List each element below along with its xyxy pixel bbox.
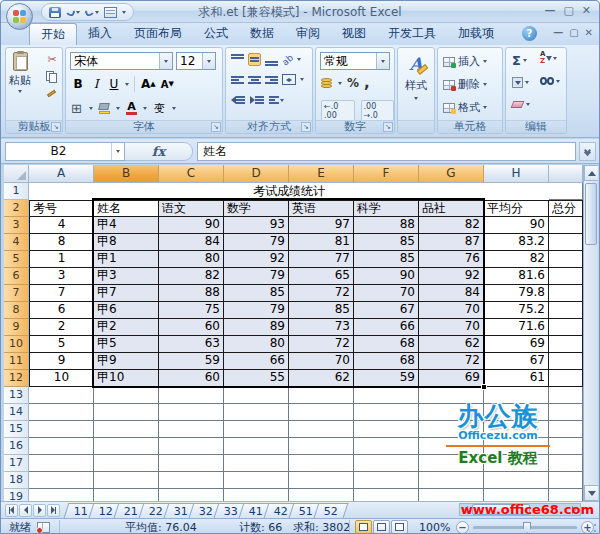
cell-B3[interactable]: 甲4 [94,217,159,234]
cell-B6[interactable]: 甲3 [94,268,159,285]
cell-D10[interactable]: 80 [224,336,289,353]
cell-A18[interactable] [29,472,94,489]
cell-G12[interactable]: 69 [419,370,484,387]
cell-I17[interactable] [549,455,583,472]
cell-D8[interactable]: 79 [224,302,289,319]
cell-C10[interactable]: 63 [159,336,224,353]
cell-B5[interactable]: 甲1 [94,251,159,268]
cell-I16[interactable] [549,438,583,455]
page-break-view-button[interactable] [391,520,408,534]
cell-D11[interactable]: 66 [224,353,289,370]
fill-color-button[interactable] [99,103,110,114]
cell-D12[interactable]: 55 [224,370,289,387]
row-header-2[interactable]: 2 [4,200,29,217]
cell-D14[interactable] [224,404,289,421]
cell-I1[interactable] [549,183,583,200]
cell-E16[interactable] [289,438,354,455]
autosum-button[interactable]: Σ [512,53,527,68]
cell-F4[interactable]: 85 [354,234,419,251]
cell-B4[interactable]: 甲8 [94,234,159,251]
cell-I13[interactable] [549,387,583,404]
cell-A3[interactable]: 4 [29,217,94,234]
cell-H11[interactable]: 67 [484,353,549,370]
font-color-button[interactable]: A [126,102,137,115]
cell-I14[interactable] [549,404,583,421]
zoom-out-button[interactable]: − [456,521,469,534]
cell-D15[interactable] [224,421,289,438]
cell-C7[interactable]: 88 [159,285,224,302]
cell-A19[interactable] [29,489,94,501]
bold-button[interactable]: B [70,76,86,92]
ribbon-tab-公式[interactable]: 公式 [193,23,239,45]
ribbon-tab-加载项[interactable]: 加载项 [447,23,505,45]
name-box[interactable]: B2 [5,142,125,161]
cell-C6[interactable]: 82 [159,268,224,285]
cell-D3[interactable]: 93 [224,217,289,234]
percent-style-button[interactable]: % [347,76,359,90]
cell-F9[interactable]: 66 [354,319,419,336]
row-header-11[interactable]: 11 [4,353,29,370]
cell-E18[interactable] [289,472,354,489]
cell-D6[interactable]: 79 [224,268,289,285]
fill-color-dropdown[interactable] [116,107,120,110]
borders-button[interactable]: ⊞ [70,100,83,117]
column-header-A[interactable]: A [29,165,94,183]
comma-style-button[interactable]: , [364,78,370,88]
column-header-E[interactable]: E [289,165,354,183]
cell-C17[interactable] [159,455,224,472]
column-header-partial[interactable] [549,165,583,183]
resize-grip-icon[interactable] [587,523,597,533]
normal-view-button[interactable] [355,520,372,534]
cell-F10[interactable]: 68 [354,336,419,353]
cell-B17[interactable] [94,455,159,472]
cell-B10[interactable]: 甲5 [94,336,159,353]
cell-B16[interactable] [94,438,159,455]
cell-C3[interactable]: 90 [159,217,224,234]
orientation-button[interactable]: ab [280,52,295,67]
cell-E5[interactable]: 77 [289,251,354,268]
row-header-17[interactable]: 17 [4,455,29,472]
cell-G16[interactable] [419,438,484,455]
format-painter-button[interactable] [46,88,58,100]
cell-A6[interactable]: 3 [29,268,94,285]
cell-A17[interactable] [29,455,94,472]
row-header-16[interactable]: 16 [4,438,29,455]
row-header-13[interactable]: 13 [4,387,29,404]
cell-C14[interactable] [159,404,224,421]
workbook-close-button[interactable]: ✕ [585,27,593,38]
clear-button[interactable] [512,101,530,108]
cell-E11[interactable]: 70 [289,353,354,370]
cell-I3[interactable] [549,217,583,234]
cell-F6[interactable]: 90 [354,268,419,285]
name-box-dropdown[interactable] [111,143,124,160]
cell-D19[interactable] [224,489,289,501]
row-header-7[interactable]: 7 [4,285,29,302]
cell-A13[interactable] [29,387,94,404]
zoom-slider-thumb[interactable] [523,522,531,533]
ribbon-tab-开发工具[interactable]: 开发工具 [377,23,447,45]
cell-D4[interactable]: 79 [224,234,289,251]
last-sheet-button[interactable] [47,504,60,517]
cell-G5[interactable]: 76 [419,251,484,268]
macro-record-icon[interactable] [37,522,50,533]
restore-button[interactable]: ▢ [563,4,573,18]
cell-G19[interactable] [419,489,484,501]
cell-G18[interactable] [419,472,484,489]
office-button[interactable] [6,3,33,30]
next-sheet-button[interactable] [33,504,46,517]
increase-decimal-button[interactable]: ←.0 .00 [321,100,355,122]
cell-G17[interactable] [419,455,484,472]
cell-A4[interactable]: 8 [29,234,94,251]
cut-button[interactable]: ✂ [47,53,56,66]
workbook-restore-button[interactable]: ▢ [569,27,578,38]
cell-I11[interactable] [549,353,583,370]
cell-B13[interactable] [94,387,159,404]
cell-G11[interactable]: 72 [419,353,484,370]
wrap-text-button[interactable] [269,96,284,104]
cell-H9[interactable]: 71.6 [484,319,549,336]
row-header-10[interactable]: 10 [4,336,29,353]
cell-G10[interactable]: 62 [419,336,484,353]
cell-G14[interactable] [419,404,484,421]
minimize-button[interactable]: — [544,4,555,18]
row-header-1[interactable]: 1 [4,183,29,200]
